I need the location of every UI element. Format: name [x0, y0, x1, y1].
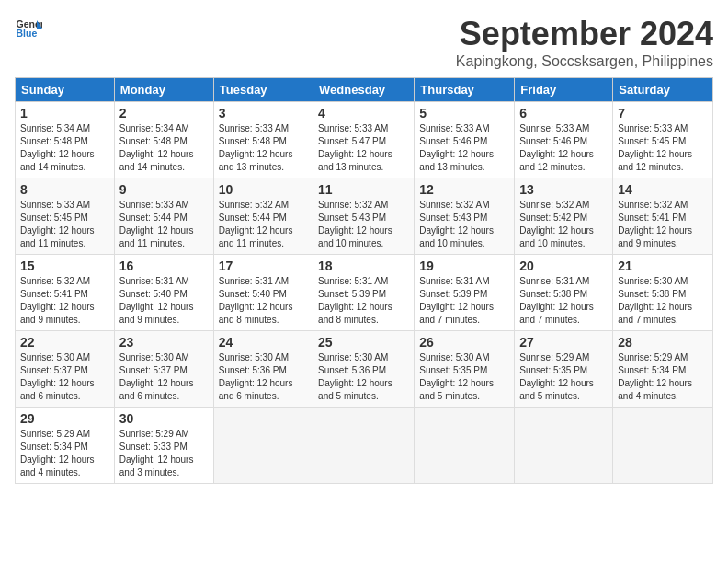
- day-number: 7: [618, 106, 708, 121]
- month-title: September 2024: [456, 15, 713, 53]
- day-number: 11: [318, 182, 409, 197]
- day-info: Sunrise: 5:33 AM Sunset: 5:48 PM Dayligh…: [219, 122, 308, 174]
- calendar-week-row: 8 Sunrise: 5:33 AM Sunset: 5:45 PM Dayli…: [16, 178, 713, 255]
- calendar-cell: 4 Sunrise: 5:33 AM Sunset: 5:47 PM Dayli…: [313, 102, 415, 178]
- day-info: Sunrise: 5:30 AM Sunset: 5:38 PM Dayligh…: [618, 275, 708, 327]
- calendar-header-row: Sunday Monday Tuesday Wednesday Thursday…: [16, 78, 713, 102]
- day-number: 23: [119, 335, 209, 350]
- day-info: Sunrise: 5:30 AM Sunset: 5:36 PM Dayligh…: [318, 351, 409, 403]
- day-info: Sunrise: 5:33 AM Sunset: 5:45 PM Dayligh…: [618, 122, 708, 174]
- day-info: Sunrise: 5:31 AM Sunset: 5:38 PM Dayligh…: [519, 275, 608, 327]
- day-number: 5: [419, 106, 509, 121]
- day-number: 14: [618, 182, 708, 197]
- calendar-week-row: 22 Sunrise: 5:30 AM Sunset: 5:37 PM Dayl…: [16, 331, 713, 408]
- day-info: Sunrise: 5:29 AM Sunset: 5:35 PM Dayligh…: [519, 351, 608, 403]
- calendar-cell: 6 Sunrise: 5:33 AM Sunset: 5:46 PM Dayli…: [515, 102, 613, 178]
- day-number: 25: [318, 335, 409, 350]
- calendar-cell: 1 Sunrise: 5:34 AM Sunset: 5:48 PM Dayli…: [16, 102, 115, 178]
- calendar-week-row: 1 Sunrise: 5:34 AM Sunset: 5:48 PM Dayli…: [16, 102, 713, 178]
- calendar-cell: 11 Sunrise: 5:32 AM Sunset: 5:43 PM Dayl…: [313, 178, 415, 255]
- calendar-cell: 20 Sunrise: 5:31 AM Sunset: 5:38 PM Dayl…: [515, 255, 613, 331]
- calendar-cell: [515, 408, 613, 484]
- day-number: 21: [618, 259, 708, 273]
- calendar-cell: 29 Sunrise: 5:29 AM Sunset: 5:34 PM Dayl…: [16, 408, 115, 484]
- day-info: Sunrise: 5:29 AM Sunset: 5:33 PM Dayligh…: [119, 428, 209, 479]
- day-number: 19: [419, 259, 509, 273]
- calendar-cell: [415, 408, 515, 484]
- day-number: 18: [318, 259, 409, 273]
- day-number: 3: [219, 106, 308, 121]
- title-block: September 2024 Kapingkong, Soccsksargen,…: [456, 15, 713, 70]
- day-number: 10: [219, 182, 308, 197]
- page-header: General Blue September 2024 Kapingkong, …: [15, 15, 713, 70]
- day-info: Sunrise: 5:31 AM Sunset: 5:39 PM Dayligh…: [318, 275, 409, 327]
- day-info: Sunrise: 5:31 AM Sunset: 5:40 PM Dayligh…: [219, 275, 308, 327]
- day-number: 28: [618, 335, 708, 350]
- calendar-cell: 18 Sunrise: 5:31 AM Sunset: 5:39 PM Dayl…: [313, 255, 415, 331]
- day-number: 27: [519, 335, 608, 350]
- calendar-cell: 25 Sunrise: 5:30 AM Sunset: 5:36 PM Dayl…: [313, 331, 415, 408]
- calendar-cell: 9 Sunrise: 5:33 AM Sunset: 5:44 PM Dayli…: [114, 178, 213, 255]
- calendar-cell: [213, 408, 313, 484]
- day-number: 17: [219, 259, 308, 273]
- location-subtitle: Kapingkong, Soccsksargen, Philippines: [456, 53, 713, 70]
- day-number: 30: [119, 411, 209, 426]
- day-info: Sunrise: 5:32 AM Sunset: 5:42 PM Dayligh…: [519, 199, 608, 250]
- day-info: Sunrise: 5:30 AM Sunset: 5:35 PM Dayligh…: [419, 351, 509, 403]
- calendar-cell: 5 Sunrise: 5:33 AM Sunset: 5:46 PM Dayli…: [415, 102, 515, 178]
- calendar-cell: 26 Sunrise: 5:30 AM Sunset: 5:35 PM Dayl…: [415, 331, 515, 408]
- day-number: 26: [419, 335, 509, 350]
- calendar-cell: 24 Sunrise: 5:30 AM Sunset: 5:36 PM Dayl…: [213, 331, 313, 408]
- day-info: Sunrise: 5:31 AM Sunset: 5:40 PM Dayligh…: [119, 275, 209, 327]
- header-monday: Monday: [114, 78, 213, 102]
- day-number: 2: [119, 106, 209, 121]
- calendar-cell: 17 Sunrise: 5:31 AM Sunset: 5:40 PM Dayl…: [213, 255, 313, 331]
- day-info: Sunrise: 5:29 AM Sunset: 5:34 PM Dayligh…: [20, 428, 109, 479]
- day-number: 6: [519, 106, 608, 121]
- logo-icon: General Blue: [15, 15, 42, 42]
- calendar-week-row: 15 Sunrise: 5:32 AM Sunset: 5:41 PM Dayl…: [16, 255, 713, 331]
- day-info: Sunrise: 5:30 AM Sunset: 5:37 PM Dayligh…: [20, 351, 109, 403]
- day-info: Sunrise: 5:30 AM Sunset: 5:37 PM Dayligh…: [119, 351, 209, 403]
- header-thursday: Thursday: [415, 78, 515, 102]
- day-info: Sunrise: 5:32 AM Sunset: 5:43 PM Dayligh…: [318, 199, 409, 250]
- header-friday: Friday: [515, 78, 613, 102]
- day-number: 1: [20, 106, 109, 121]
- calendar-cell: 21 Sunrise: 5:30 AM Sunset: 5:38 PM Dayl…: [613, 255, 713, 331]
- day-info: Sunrise: 5:30 AM Sunset: 5:36 PM Dayligh…: [219, 351, 308, 403]
- calendar-cell: 28 Sunrise: 5:29 AM Sunset: 5:34 PM Dayl…: [613, 331, 713, 408]
- calendar-table: Sunday Monday Tuesday Wednesday Thursday…: [15, 77, 713, 484]
- day-number: 29: [20, 411, 109, 426]
- day-number: 24: [219, 335, 308, 350]
- svg-text:Blue: Blue: [17, 28, 38, 39]
- header-wednesday: Wednesday: [313, 78, 415, 102]
- calendar-cell: 23 Sunrise: 5:30 AM Sunset: 5:37 PM Dayl…: [114, 331, 213, 408]
- day-number: 22: [20, 335, 109, 350]
- day-info: Sunrise: 5:32 AM Sunset: 5:43 PM Dayligh…: [419, 199, 509, 250]
- day-info: Sunrise: 5:32 AM Sunset: 5:41 PM Dayligh…: [618, 199, 708, 250]
- day-number: 8: [20, 182, 109, 197]
- calendar-week-row: 29 Sunrise: 5:29 AM Sunset: 5:34 PM Dayl…: [16, 408, 713, 484]
- calendar-cell: 14 Sunrise: 5:32 AM Sunset: 5:41 PM Dayl…: [613, 178, 713, 255]
- day-number: 15: [20, 259, 109, 273]
- calendar-cell: 3 Sunrise: 5:33 AM Sunset: 5:48 PM Dayli…: [213, 102, 313, 178]
- calendar-cell: 8 Sunrise: 5:33 AM Sunset: 5:45 PM Dayli…: [16, 178, 115, 255]
- calendar-cell: 19 Sunrise: 5:31 AM Sunset: 5:39 PM Dayl…: [415, 255, 515, 331]
- day-number: 13: [519, 182, 608, 197]
- day-info: Sunrise: 5:32 AM Sunset: 5:41 PM Dayligh…: [20, 275, 109, 327]
- day-number: 9: [119, 182, 209, 197]
- calendar-cell: [613, 408, 713, 484]
- day-info: Sunrise: 5:33 AM Sunset: 5:44 PM Dayligh…: [119, 199, 209, 250]
- day-number: 4: [318, 106, 409, 121]
- calendar-cell: 27 Sunrise: 5:29 AM Sunset: 5:35 PM Dayl…: [515, 331, 613, 408]
- day-info: Sunrise: 5:33 AM Sunset: 5:45 PM Dayligh…: [20, 199, 109, 250]
- day-info: Sunrise: 5:31 AM Sunset: 5:39 PM Dayligh…: [419, 275, 509, 327]
- day-number: 20: [519, 259, 608, 273]
- calendar-cell: 13 Sunrise: 5:32 AM Sunset: 5:42 PM Dayl…: [515, 178, 613, 255]
- day-info: Sunrise: 5:34 AM Sunset: 5:48 PM Dayligh…: [20, 122, 109, 174]
- day-number: 12: [419, 182, 509, 197]
- calendar-cell: 30 Sunrise: 5:29 AM Sunset: 5:33 PM Dayl…: [114, 408, 213, 484]
- day-info: Sunrise: 5:32 AM Sunset: 5:44 PM Dayligh…: [219, 199, 308, 250]
- day-info: Sunrise: 5:33 AM Sunset: 5:47 PM Dayligh…: [318, 122, 409, 174]
- header-tuesday: Tuesday: [213, 78, 313, 102]
